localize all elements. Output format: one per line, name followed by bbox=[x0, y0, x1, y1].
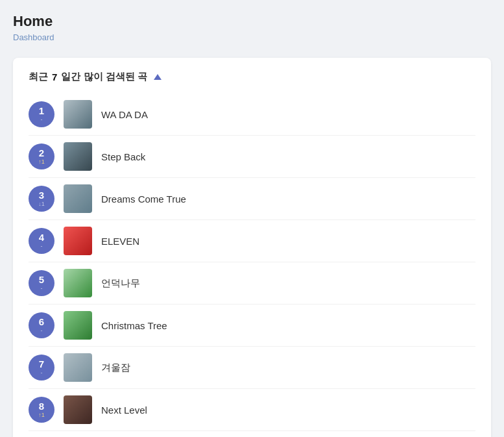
rank-change: - bbox=[41, 286, 43, 292]
rank-change: - bbox=[41, 243, 43, 249]
list-item[interactable]: 3↓1Dreams Come True bbox=[29, 178, 475, 220]
rank-change: - bbox=[41, 328, 43, 334]
rank-number: 1 bbox=[39, 106, 44, 117]
album-art bbox=[64, 269, 92, 297]
page-title: Home bbox=[13, 13, 491, 30]
track-name: Christmas Tree bbox=[101, 320, 167, 331]
list-item[interactable]: 1-WA DA DA bbox=[29, 94, 475, 136]
rank-number: 6 bbox=[39, 317, 44, 328]
rank-number: 7 bbox=[39, 359, 44, 370]
rank-change: - bbox=[41, 117, 43, 123]
rank-badge: 3↓1 bbox=[29, 186, 54, 212]
rank-number: 3 bbox=[39, 190, 44, 201]
rank-change: ↑1 bbox=[38, 412, 45, 418]
track-name: 겨울잠 bbox=[101, 362, 130, 374]
rank-number: 4 bbox=[39, 232, 44, 243]
rank-badge: 2↑1 bbox=[29, 144, 54, 169]
track-name: WA DA DA bbox=[101, 109, 148, 120]
album-art bbox=[64, 311, 92, 340]
album-art bbox=[64, 184, 92, 213]
breadcrumb: Dashboard bbox=[13, 32, 491, 42]
rank-badge: 1- bbox=[29, 101, 54, 127]
album-art bbox=[64, 142, 92, 171]
section-title-bold: 7 bbox=[52, 71, 57, 82]
list-item[interactable]: 8↑1Next Level bbox=[29, 389, 475, 431]
album-art bbox=[64, 100, 92, 129]
rank-change: ↓1 bbox=[38, 201, 45, 207]
track-name: Step Back bbox=[101, 151, 145, 162]
track-name: 언덕나무 bbox=[101, 277, 140, 290]
rank-badge: 6- bbox=[29, 312, 54, 338]
rank-badge: 8↑1 bbox=[29, 397, 54, 423]
list-item[interactable]: 7-겨울잠 bbox=[29, 347, 475, 389]
track-list: 1-WA DA DA2↑1Step Back3↓1Dreams Come Tru… bbox=[29, 94, 475, 437]
rank-badge: 4- bbox=[29, 228, 54, 254]
list-item[interactable]: 5-언덕나무 bbox=[29, 262, 475, 305]
track-name: Dreams Come True bbox=[101, 194, 186, 205]
triangle-icon bbox=[154, 74, 162, 80]
album-art bbox=[64, 227, 92, 255]
main-card: 최근 7일간 많이 검색된 곡 1-WA DA DA2↑1Step Back3↓… bbox=[13, 58, 491, 437]
list-item[interactable]: 9↑1Savage bbox=[29, 431, 475, 437]
track-name: Next Level bbox=[101, 405, 147, 416]
section-title-suffix: 일간 많이 검색된 곡 bbox=[61, 71, 147, 83]
rank-change: - bbox=[41, 370, 43, 376]
rank-number: 2 bbox=[39, 148, 44, 159]
section-title: 최근 7일간 많이 검색된 곡 bbox=[29, 71, 475, 83]
rank-change: ↑1 bbox=[38, 159, 45, 165]
rank-badge: 5- bbox=[29, 270, 54, 296]
page-wrapper: Home Dashboard 최근 7일간 많이 검색된 곡 1-WA DA D… bbox=[0, 0, 504, 437]
rank-number: 5 bbox=[39, 275, 44, 286]
list-item[interactable]: 4-ELEVEN bbox=[29, 220, 475, 262]
rank-number: 8 bbox=[39, 401, 44, 412]
list-item[interactable]: 2↑1Step Back bbox=[29, 136, 475, 178]
rank-badge: 7- bbox=[29, 355, 54, 381]
album-art bbox=[64, 353, 92, 382]
album-art bbox=[64, 395, 92, 424]
track-name: ELEVEN bbox=[101, 236, 139, 247]
list-item[interactable]: 6-Christmas Tree bbox=[29, 305, 475, 347]
section-title-prefix: 최근 bbox=[29, 71, 48, 83]
